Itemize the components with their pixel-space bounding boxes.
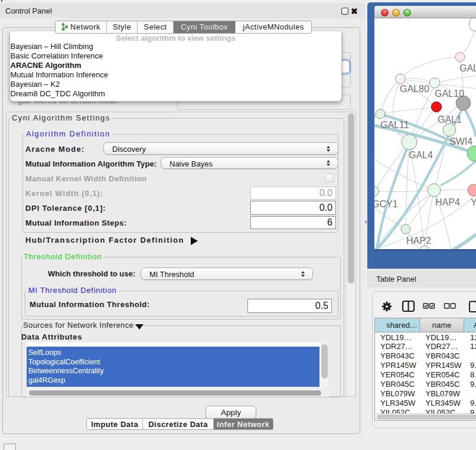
svg-text:GCY1: GCY1 <box>374 199 398 209</box>
svg-text:HAP4: HAP4 <box>435 197 460 207</box>
svg-text:Y: Y <box>471 197 476 207</box>
svg-text:GAL4: GAL4 <box>409 150 433 160</box>
svg-text:SWI4: SWI4 <box>449 136 472 146</box>
svg-text:GAL10: GAL10 <box>435 89 464 99</box>
svg-text:GAL11: GAL11 <box>380 120 409 130</box>
svg-text:HAP2: HAP2 <box>406 236 431 246</box>
svg-text:GAL80: GAL80 <box>400 84 429 94</box>
svg-text:GAL1: GAL1 <box>438 115 462 125</box>
svg-text:GAL2: GAL2 <box>459 63 476 73</box>
